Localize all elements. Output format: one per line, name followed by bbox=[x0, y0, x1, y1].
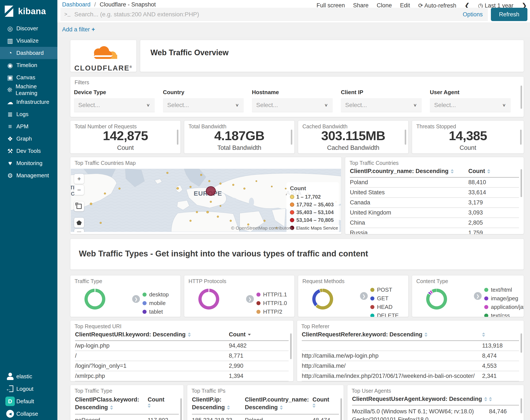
column-header-uri[interactable]: ClientRequestURI.keyword: Descending bbox=[75, 331, 229, 338]
scrollbar[interactable] bbox=[291, 130, 292, 145]
expand-legend-icon[interactable]: ❯ bbox=[360, 292, 368, 300]
map-zoom-in-button[interactable]: + bbox=[74, 174, 84, 184]
sidebar-item-graph[interactable]: ❖Graph bbox=[0, 133, 57, 145]
legend-item[interactable]: HEAD bbox=[370, 304, 399, 310]
legend-item[interactable]: application/javascript bbox=[484, 304, 524, 310]
table-row: /8,771 bbox=[75, 351, 289, 361]
scrollbar[interactable] bbox=[521, 333, 522, 353]
search-input[interactable] bbox=[74, 11, 463, 18]
legend-dot bbox=[290, 195, 294, 199]
scrollbar[interactable] bbox=[521, 398, 522, 413]
sidebar-item-space-default[interactable]: DDefault bbox=[0, 395, 57, 407]
sidebar-item-canvas[interactable]: ▣Canvas bbox=[0, 71, 57, 84]
column-header-count[interactable]: Count bbox=[468, 168, 519, 175]
user-agent-select[interactable]: Select...∨ bbox=[430, 98, 511, 112]
donut-chart-http-protocols[interactable] bbox=[198, 289, 219, 310]
sidebar-item-logs[interactable]: ≣Logs bbox=[0, 108, 57, 120]
expand-legend-icon[interactable]: ❯ bbox=[474, 292, 482, 300]
kibana-wordmark: kibana bbox=[18, 6, 46, 16]
sidebar-item-discover[interactable]: ◎Discover bbox=[0, 22, 57, 35]
column-header-ip[interactable]: ClientIP.ip:Descending bbox=[192, 396, 245, 411]
apm-icon: ≡ bbox=[4, 123, 16, 130]
sidebar-item-monitoring[interactable]: ♥Monitoring bbox=[0, 157, 57, 169]
legend-item[interactable]: HTTP/2 bbox=[256, 308, 287, 315]
infrastructure-icon: ☁ bbox=[4, 98, 16, 106]
sidebar-item-management[interactable]: ⚙Management bbox=[0, 169, 57, 182]
scrollbar[interactable] bbox=[521, 169, 522, 197]
legend-item[interactable]: POST bbox=[370, 286, 399, 293]
legend-item[interactable]: desktop bbox=[143, 291, 169, 298]
legend-item[interactable]: HTTP/1.0 bbox=[256, 300, 287, 306]
uri-table: ClientRequestURI.keyword: Descending Cou… bbox=[75, 331, 289, 381]
chevron-down-icon: ∨ bbox=[146, 103, 150, 107]
sidebar-item-apm[interactable]: ≡APM bbox=[0, 120, 57, 133]
sidebar-item-machine-learning[interactable]: ❊Machine Learning bbox=[0, 84, 57, 96]
scrollbar[interactable] bbox=[520, 130, 522, 145]
map-draw-rectangle-button[interactable] bbox=[74, 229, 84, 232]
country-select[interactable]: Select...∨ bbox=[163, 98, 244, 112]
legend-item[interactable]: text/css bbox=[484, 312, 524, 317]
legend-item[interactable]: DELETE bbox=[370, 312, 399, 317]
filter-country: Country Select...∨ bbox=[163, 89, 244, 112]
scrollbar[interactable] bbox=[177, 130, 178, 145]
sidebar-item-logout[interactable]: Logout bbox=[0, 383, 57, 395]
kibana-logo[interactable]: kibana bbox=[0, 0, 57, 21]
legend-item[interactable]: image/jpeg bbox=[484, 295, 524, 302]
scrollbar[interactable] bbox=[180, 398, 182, 420]
breadcrumb-dashboard-link[interactable]: Dashboard bbox=[62, 1, 90, 8]
column-header-count[interactable] bbox=[489, 397, 519, 401]
sidebar-item-visualize[interactable]: ▥Visualize bbox=[0, 35, 57, 47]
legend-dot bbox=[290, 202, 294, 207]
sidebar-item-dev-tools[interactable]: ⚒Dev Tools bbox=[0, 145, 57, 157]
logout-icon bbox=[6, 385, 14, 392]
table-row: 113,918 bbox=[302, 341, 519, 351]
column-header-count[interactable]: Count bbox=[229, 331, 289, 338]
legend-dot bbox=[290, 210, 294, 214]
visualize-icon: ▥ bbox=[4, 37, 16, 45]
legend-item[interactable]: text/html bbox=[484, 286, 524, 293]
filter-device-type: Device Type Select...∨ bbox=[74, 89, 155, 112]
legend-dot bbox=[143, 293, 147, 297]
column-header-count[interactable] bbox=[482, 332, 519, 337]
map-zoom-out-button[interactable]: − bbox=[74, 185, 84, 195]
sidebar-item-dashboard[interactable]: ◔Dashboard bbox=[0, 47, 57, 59]
scrollbar[interactable] bbox=[340, 398, 342, 420]
management-icon: ⚙ bbox=[4, 172, 16, 179]
column-header-referer[interactable]: ClientRequestReferer.keyword: Descending bbox=[302, 331, 482, 338]
sidebar-item-timelion[interactable]: ◉Timelion bbox=[0, 59, 57, 71]
content-type-donut-panel: Content Type ❯ text/html image/jpeg appl… bbox=[412, 275, 524, 317]
sidebar-item-infrastructure[interactable]: ☁Infrastructure bbox=[0, 96, 57, 108]
legend-item[interactable]: GET bbox=[370, 295, 399, 302]
world-map[interactable]: EUROPE ASIA TH IC + − Count 1 – 17,702 1… bbox=[71, 169, 341, 232]
device-type-select[interactable]: Select...∨ bbox=[74, 98, 155, 112]
column-header-count[interactable]: Count bbox=[312, 396, 339, 408]
column-header-ip-class[interactable]: ClientIPClass.keyword:Descending bbox=[75, 396, 148, 411]
sort-icon bbox=[487, 169, 490, 173]
legend-item[interactable]: HTTP/1.1 bbox=[256, 291, 287, 298]
column-header-country[interactable]: ClientIP.country_name: Descending bbox=[350, 168, 468, 175]
hostname-select[interactable]: Select...∨ bbox=[252, 98, 333, 112]
sidebar-item-user[interactable]: elastic bbox=[0, 370, 57, 383]
map-bubble-poland[interactable] bbox=[206, 187, 216, 195]
expand-legend-icon[interactable]: ❯ bbox=[132, 295, 140, 303]
add-filter-link[interactable]: Add a filter+ bbox=[62, 26, 95, 33]
expand-legend-icon[interactable]: ❯ bbox=[246, 295, 254, 303]
legend-item[interactable]: mobile bbox=[143, 300, 169, 306]
donut-chart-content-type[interactable] bbox=[426, 289, 447, 310]
legend-item[interactable]: tablet bbox=[143, 308, 169, 315]
options-link[interactable]: Options bbox=[463, 11, 483, 18]
client-ip-select[interactable]: Select...∨ bbox=[341, 98, 422, 112]
scrollbar[interactable] bbox=[290, 333, 292, 359]
column-header-count[interactable]: Count bbox=[148, 396, 179, 408]
column-header-user-agent[interactable]: ClientRequestUserAgent.keyword: Descendi… bbox=[352, 396, 489, 402]
column-header-country[interactable]: ClientIP.country_name:Descending bbox=[245, 396, 312, 411]
donut-chart-traffic-type[interactable] bbox=[85, 289, 105, 310]
refresh-button[interactable]: Refresh bbox=[491, 8, 528, 21]
donut-chart-request-methods[interactable] bbox=[312, 289, 333, 310]
metric-total-bandwidth: Total Bandwidth 4.187GB Total Bandwidth bbox=[184, 120, 295, 154]
sidebar-item-collapse[interactable]: Collapse bbox=[0, 407, 57, 420]
map-draw-polygon-button[interactable] bbox=[74, 218, 84, 228]
scrollbar[interactable] bbox=[405, 130, 406, 145]
scrollbar[interactable] bbox=[521, 86, 522, 109]
map-fit-bounds-button[interactable] bbox=[74, 201, 84, 211]
